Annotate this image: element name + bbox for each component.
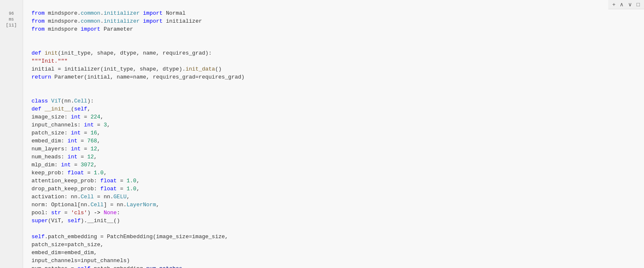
editor-container: + ∧ ∨ □ 96 ms [11] from mindspore.common… — [0, 0, 644, 268]
code-line: activation: nn.Cell = nn.GELU, — [32, 194, 644, 202]
code-line: return Parameter(initial, name=name, req… — [32, 74, 644, 82]
code-line: num_patches = self.patch_embedding.num_p… — [32, 265, 644, 268]
code-line: """Init.""" — [32, 58, 644, 66]
code-line: super(ViT, self).__init__() — [32, 218, 644, 226]
code-line: keep_prob: float = 1.0, — [32, 170, 644, 178]
code-line: def __init__(self, — [32, 106, 644, 114]
add-cell-button[interactable]: + — [612, 2, 617, 7]
code-line: image_size: int = 224, — [32, 114, 644, 122]
code-line: from mindspore.common.initializer import… — [32, 18, 644, 26]
code-line: drop_path_keep_prob: float = 1.0, — [32, 186, 644, 194]
code-line: patch_size=patch_size, — [32, 242, 644, 250]
code-line — [32, 226, 644, 234]
move-down-button[interactable]: ∨ — [627, 2, 633, 7]
code-line — [32, 34, 644, 42]
toolbar: + ∧ ∨ □ — [608, 0, 644, 9]
code-line: num_heads: int = 12, — [32, 154, 644, 162]
code-line — [32, 82, 644, 90]
code-line: class ViT(nn.Cell): — [32, 98, 644, 106]
code-line: num_layers: int = 12, — [32, 146, 644, 154]
code-line: pool: str = 'cls') -> None: — [32, 210, 644, 218]
move-up-button[interactable]: ∧ — [619, 2, 625, 7]
code-line: input_channels=input_channels) — [32, 257, 644, 265]
code-line: from mindspore.common.initializer import… — [32, 10, 644, 18]
code-line: embed_dim=embed_dim, — [32, 250, 644, 257]
stop-button[interactable]: □ — [636, 2, 641, 7]
code-line: embed_dim: int = 768, — [32, 138, 644, 146]
code-line: norm: Optional[nn.Cell] = nn.LayerNorm, — [32, 202, 644, 210]
code-line — [32, 42, 644, 50]
code-line: from mindspore import Parameter — [32, 26, 644, 34]
code-editor[interactable]: from mindspore.common.initializer import… — [23, 0, 644, 268]
code-line: self.patch_embedding = PatchEmbedding(im… — [32, 234, 644, 242]
code-line: patch_size: int = 16, — [32, 130, 644, 138]
execution-count: [11] — [0, 23, 23, 28]
code-line: initial = initializer(init_type, shape, … — [32, 66, 644, 74]
code-line: input_channels: int = 3, — [32, 122, 644, 130]
code-line: attention_keep_prob: float = 1.0, — [32, 178, 644, 186]
code-line: def init(init_type, shape, dtype, name, … — [32, 50, 644, 58]
code-line: mlp_dim: int = 3072, — [32, 162, 644, 170]
cell-timing: 96 ms — [0, 10, 23, 23]
code-line — [32, 90, 644, 98]
